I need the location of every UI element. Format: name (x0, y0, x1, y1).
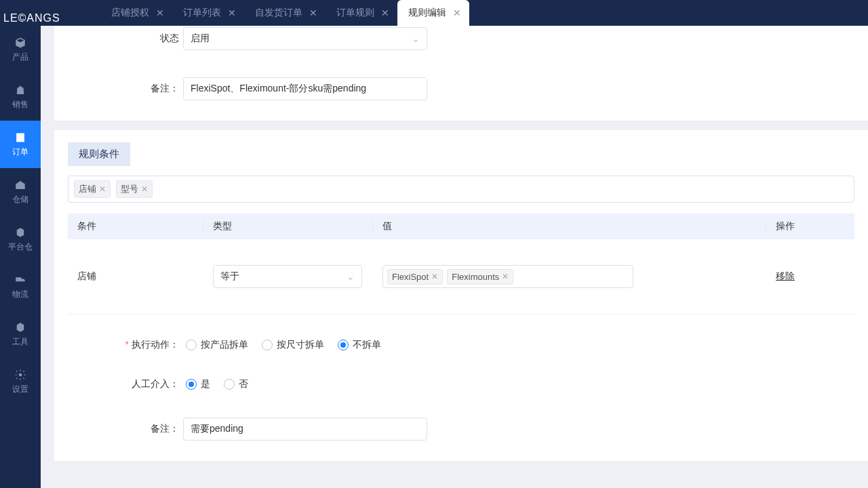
nav-product[interactable]: 产品 (0, 26, 41, 73)
tab-order-rules[interactable]: 订单规则✕ (326, 0, 397, 26)
tab-self-ship[interactable]: 自发货订单✕ (244, 0, 326, 26)
chevron-down-icon: ⌄ (412, 33, 420, 44)
radio-split-by-product[interactable]: 按产品拆单 (186, 339, 248, 351)
tab-shop-auth[interactable]: 店铺授权✕ (100, 0, 172, 26)
close-icon[interactable]: ✕ (99, 184, 106, 194)
order-icon (14, 131, 27, 144)
chevron-down-icon: ⌄ (347, 271, 355, 282)
logo: LE©ANGS (3, 5, 85, 31)
radio-no-split[interactable]: 不拆单 (338, 339, 381, 351)
nav-platform-warehouse[interactable]: 平台仓 (0, 216, 41, 263)
warehouse-icon (14, 179, 27, 191)
section-rule-conditions: 规则条件 (68, 142, 130, 166)
nav-sales[interactable]: 销售 (0, 73, 41, 121)
table-header: 条件 类型 值 操作 (68, 214, 854, 239)
svg-point-0 (19, 373, 22, 376)
close-icon[interactable]: ✕ (453, 7, 461, 18)
manual-label: 人工介入： (68, 378, 183, 390)
type-select[interactable]: 等于 ⌄ (213, 265, 362, 288)
nav-settings[interactable]: 设置 (0, 358, 41, 405)
filter-tag-model[interactable]: 型号✕ (116, 180, 153, 198)
cell-condition: 店铺 (68, 270, 203, 283)
cube-icon (14, 37, 27, 49)
value-tag[interactable]: Fleximounts✕ (447, 269, 513, 285)
status-label: 状态 (68, 33, 183, 45)
nav-warehouse[interactable]: 仓储 (0, 168, 41, 216)
remark1-label: 备注： (68, 83, 183, 95)
nav-orders[interactable]: 订单 (0, 121, 41, 168)
truck-icon (14, 274, 27, 286)
radio-split-by-size[interactable]: 按尺寸拆单 (262, 339, 324, 351)
filter-tags[interactable]: 店铺✕ 型号✕ (68, 176, 854, 203)
wrench-icon (14, 321, 27, 333)
exec-label: *执行动作： (68, 339, 183, 351)
value-tag[interactable]: FlexiSpot✕ (387, 269, 443, 285)
radio-manual-no[interactable]: 否 (224, 378, 248, 390)
filter-tag-shop[interactable]: 店铺✕ (74, 180, 111, 198)
tab-order-list[interactable]: 订单列表✕ (172, 0, 244, 26)
remark2-label: 备注： (68, 423, 183, 435)
bag-icon (14, 84, 27, 96)
gear-icon (14, 369, 27, 381)
radio-manual-yes[interactable]: 是 (186, 378, 210, 390)
nav-logistics[interactable]: 物流 (0, 263, 41, 310)
close-icon[interactable]: ✕ (141, 184, 148, 194)
close-icon[interactable]: ✕ (431, 272, 438, 281)
table-row: 店铺 等于 ⌄ FlexiSpot✕ Fleximounts✕ (68, 239, 854, 314)
nav-tools[interactable]: 工具 (0, 310, 41, 358)
remark2-input[interactable] (183, 418, 427, 441)
close-icon[interactable]: ✕ (309, 7, 317, 18)
tab-rule-edit[interactable]: 规则编辑✕ (397, 0, 469, 26)
close-icon[interactable]: ✕ (381, 7, 389, 18)
platform-icon (14, 226, 27, 239)
remove-link[interactable]: 移除 (776, 270, 795, 281)
status-select[interactable]: 启用 ⌄ (183, 27, 427, 50)
close-icon[interactable]: ✕ (156, 7, 164, 18)
close-icon[interactable]: ✕ (228, 7, 236, 18)
value-multiselect[interactable]: FlexiSpot✕ Fleximounts✕ (382, 265, 633, 288)
close-icon[interactable]: ✕ (502, 272, 509, 281)
remark1-input[interactable] (183, 77, 427, 100)
tabs-bar: 店铺授权✕ 订单列表✕ 自发货订单✕ 订单规则✕ 规则编辑✕ (41, 0, 868, 26)
